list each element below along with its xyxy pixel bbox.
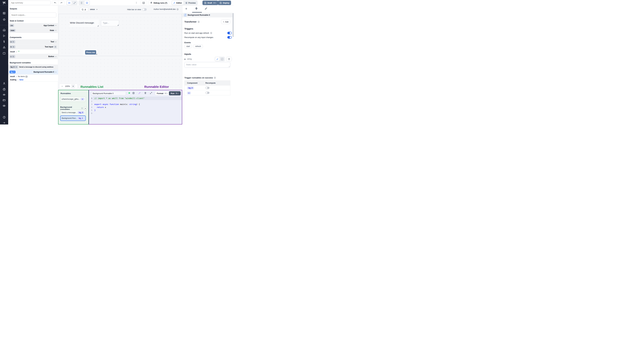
- zoom-in-button[interactable]: +: [71, 84, 75, 88]
- static-mode-button[interactable]: [215, 57, 220, 61]
- selected-runnable-title: Background Runnable 0: [188, 14, 210, 16]
- add-transformer-button[interactable]: + Add: [221, 20, 230, 24]
- runnable-item-c[interactable]: u/henri/scrape_githu... c: [60, 96, 86, 102]
- resize-handle[interactable]: [118, 24, 118, 26]
- component-row-a[interactable]: a Text: [8, 39, 58, 44]
- plug-icon: [228, 58, 230, 60]
- fullscreen-layout-button[interactable]: [72, 1, 77, 5]
- windmill-logo[interactable]: [0, 0, 8, 6]
- runnables-title: Runnables: [60, 92, 71, 94]
- column-component: Component: [184, 82, 206, 84]
- resize-handle[interactable]: [98, 25, 98, 26]
- undo-button[interactable]: [52, 1, 58, 5]
- run-button[interactable]: Run ⌘↵: [169, 91, 181, 96]
- outputs-panel: Outputs State & Context ctx App Context …: [8, 6, 58, 124]
- textinput-component[interactable]: Type...: [101, 20, 119, 26]
- rail-variables-icon[interactable]: [0, 39, 8, 44]
- rail-favorites-icon[interactable]: [0, 17, 8, 22]
- output-row-state[interactable]: state State: [8, 28, 58, 33]
- desktop-view-button[interactable]: [84, 1, 90, 5]
- format-button[interactable]: Format ⌘S: [155, 91, 169, 96]
- recompute-toggle-bg0[interactable]: [206, 87, 210, 89]
- rail-users-icon[interactable]: [0, 81, 8, 86]
- code-line-5: }: [94, 109, 96, 112]
- deploy-button[interactable]: Deploy: [218, 0, 231, 5]
- refresh-count-button[interactable]: 2: [80, 8, 88, 12]
- rail-settings-icon[interactable]: [0, 86, 8, 92]
- button-component-frame[interactable]: Press me: [83, 49, 97, 55]
- connect-plug-button[interactable]: [226, 57, 232, 61]
- component-row-b[interactable]: b Text Input: [8, 44, 58, 49]
- run-on-start-toggle[interactable]: [227, 32, 232, 34]
- rail-workers-icon[interactable]: [0, 92, 8, 97]
- rail-audit-icon[interactable]: [0, 103, 8, 108]
- press-me-button[interactable]: Press me: [85, 50, 96, 54]
- line-number: 1: [89, 97, 92, 100]
- runnable-item-bg0[interactable]: Send a message... bg_0: [60, 110, 86, 115]
- save-icon: [204, 2, 206, 4]
- redo-button[interactable]: [58, 1, 64, 5]
- rail-home-icon[interactable]: [0, 28, 8, 32]
- tab-settings-icon[interactable]: [195, 7, 198, 10]
- resize-handle[interactable]: [96, 54, 97, 55]
- zoom-out-button[interactable]: −: [59, 85, 65, 88]
- add-runnable-button[interactable]: +: [84, 106, 87, 110]
- panel-scrollbar[interactable]: [232, 13, 234, 37]
- runnable-name-input[interactable]: [91, 92, 126, 96]
- refresh-mode-dropdown[interactable]: once: [90, 8, 98, 10]
- state-context-title: State & Context: [10, 20, 24, 22]
- rail-resources-icon[interactable]: [0, 45, 8, 50]
- editor-label: Editor: [176, 2, 182, 4]
- rail-divider: [0, 25, 8, 25]
- ai-wand-icon[interactable]: [138, 92, 141, 94]
- component-row-c[interactable]: c Button: [8, 54, 58, 59]
- code-editor[interactable]: 1 2 3 4 5 6 // import * as wmill from "w…: [89, 96, 182, 124]
- recompute-toggle-c[interactable]: [206, 92, 210, 94]
- bg0-row[interactable]: bg_0 Send a message to discord using web…: [8, 64, 58, 70]
- components-title: Components: [10, 36, 22, 38]
- mobile-view-button[interactable]: [79, 1, 84, 5]
- static-value-field[interactable]: Static value: [184, 62, 230, 68]
- center-layout-button[interactable]: [67, 1, 72, 5]
- input-type: string: [187, 58, 192, 60]
- background-runnables-title: Background runnables: [10, 62, 31, 64]
- device-toggle-group: [78, 0, 90, 5]
- rail-runs-icon[interactable]: [0, 33, 8, 38]
- rail-folders-icon[interactable]: [0, 98, 8, 103]
- result-value: No items ([]): [18, 76, 28, 78]
- search-outputs-input[interactable]: [10, 12, 56, 18]
- rail-apps-icon[interactable]: [0, 11, 8, 16]
- event-start-badge: start: [184, 44, 192, 48]
- recompute-toggle[interactable]: [227, 36, 232, 38]
- hide-bar-toggle[interactable]: [142, 8, 147, 11]
- rail-schedules-icon[interactable]: [0, 51, 8, 56]
- add-label: Add: [225, 21, 228, 23]
- kebab-menu-icon[interactable]: [135, 1, 138, 4]
- expand-editor-icon[interactable]: [150, 92, 152, 94]
- tab-editor[interactable]: Editor: [172, 1, 184, 5]
- line-number: 6: [89, 112, 92, 115]
- rail-expand-icon[interactable]: [0, 120, 8, 124]
- success-heading: Trigger runnables on success: [184, 76, 216, 79]
- tab-insert-icon[interactable]: [185, 8, 188, 10]
- app-summary-input[interactable]: [10, 0, 50, 5]
- cache-icon[interactable]: [132, 92, 135, 94]
- tab-preview[interactable]: Preview: [184, 1, 197, 5]
- debug-runs-button[interactable]: Debug runs (7): [148, 0, 169, 5]
- bg1-row[interactable]: bg_1 Background Runnable 0: [8, 70, 58, 74]
- table-row-bg0: bg_0: [184, 86, 230, 90]
- collapse-button[interactable]: [54, 46, 57, 48]
- editor-preview-toggle: Editor Preview: [172, 0, 198, 5]
- docs-button[interactable]: [140, 0, 147, 5]
- grid-container[interactable]: Write Discord message: Type... Press me: [58, 14, 182, 56]
- delete-icon[interactable]: [144, 92, 146, 94]
- eval-mode-button[interactable]: f: [220, 57, 224, 61]
- runnable-item-bg1[interactable]: Background Run... bg_1: [60, 116, 86, 121]
- rail-help-icon[interactable]: [0, 115, 8, 120]
- tab-theme-icon[interactable]: [205, 7, 207, 10]
- text-component[interactable]: Write Discord message:: [70, 20, 99, 27]
- save-icon: [220, 2, 222, 4]
- pen-icon: [173, 2, 176, 4]
- output-row-ctx[interactable]: ctx App Context: [8, 23, 58, 28]
- draft-button[interactable]: Draft ⌘S: [202, 0, 218, 5]
